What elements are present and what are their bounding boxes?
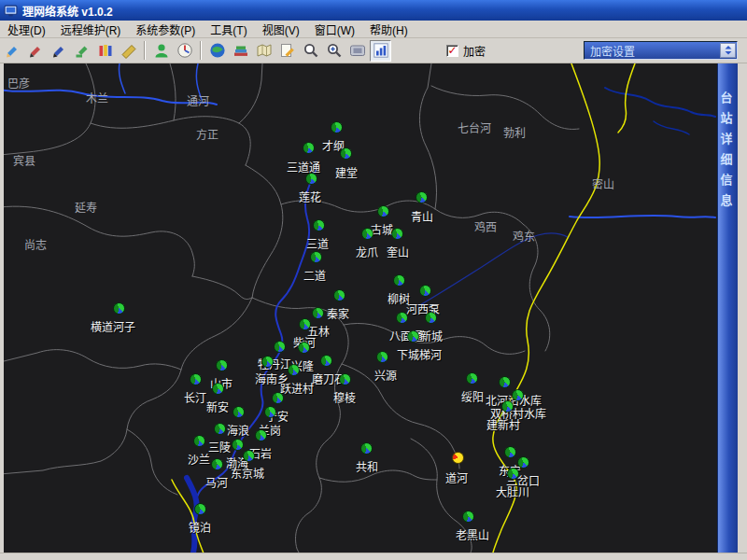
encrypt-settings-combobox[interactable]: 加密设置 [584, 41, 738, 60]
brush-icon[interactable] [24, 40, 46, 62]
menu-item-2[interactable]: 系统参数(P) [128, 21, 203, 38]
map-view[interactable]: 巴彦木兰通河方正宾县延寿尚志七台河勃利密山鸡西鸡东三道通才纲建堂莲花青山古城三道… [4, 63, 717, 553]
station-label: 二道 [303, 267, 326, 283]
station-marker-pie[interactable] [303, 142, 315, 154]
books-icon[interactable] [230, 40, 251, 62]
station-marker-pie[interactable] [393, 274, 405, 287]
snapshot-icon[interactable] [346, 40, 368, 62]
menu-item-3[interactable]: 工具(T) [203, 21, 254, 38]
station-marker-pie[interactable] [274, 341, 286, 353]
station-marker-pie[interactable] [396, 312, 408, 324]
station-marker-pie[interactable] [261, 356, 274, 368]
station-marker-pie[interactable] [466, 372, 478, 385]
station-marker-pie[interactable] [190, 373, 202, 385]
station-label: 建堂 [335, 164, 358, 180]
station-marker-pie[interactable] [339, 373, 351, 385]
station-marker-pie[interactable] [377, 205, 389, 217]
menu-item-5[interactable]: 窗口(W) [307, 21, 362, 38]
map-sheet-icon[interactable] [253, 40, 275, 62]
station-marker-pie[interactable] [113, 302, 125, 315]
pencil-icon[interactable] [1, 40, 22, 62]
encrypt-checkbox[interactable]: ✓ [446, 45, 458, 57]
station-marker-pie[interactable] [255, 429, 267, 441]
station-label: 绥阳 [461, 388, 484, 404]
station-marker-pie[interactable] [333, 289, 345, 301]
station-marker-pie[interactable] [299, 318, 311, 330]
county-boundary-line [127, 429, 177, 495]
river-line [4, 90, 217, 105]
station-marker-pie[interactable] [504, 446, 516, 458]
station-marker-pie[interactable] [360, 442, 373, 455]
crayons-icon[interactable] [94, 40, 116, 62]
menu-item-6[interactable]: 帮助(H) [362, 21, 416, 38]
station-marker-pie[interactable] [233, 406, 245, 418]
station-marker-pie[interactable] [462, 511, 474, 523]
station-label: 马河 [205, 474, 228, 490]
compass-clock-icon[interactable] [174, 40, 195, 62]
station-marker-pie[interactable] [407, 330, 419, 343]
station-marker-pie[interactable] [212, 383, 224, 395]
county-boundary-line [419, 63, 436, 209]
station-marker-pie[interactable] [313, 219, 325, 231]
station-label: 秦家 [327, 305, 349, 321]
search-icon[interactable] [300, 40, 321, 62]
menu-item-4[interactable]: 视图(V) [255, 21, 307, 38]
station-marker-pie[interactable] [331, 121, 343, 133]
pen-icon[interactable] [48, 40, 69, 62]
station-label: 三道 [306, 235, 329, 251]
window-border-right [738, 63, 747, 553]
menu-item-1[interactable]: 远程维护(R) [53, 21, 129, 38]
station-label: 镜泊 [189, 519, 211, 535]
station-marker-pie[interactable] [216, 359, 228, 371]
menu-item-0[interactable]: 处理(D) [0, 21, 53, 38]
station-marker-pie[interactable] [517, 456, 529, 469]
station-marker-pie[interactable] [320, 355, 332, 367]
station-marker-pie[interactable] [391, 228, 403, 240]
station-marker-pie[interactable] [194, 503, 206, 515]
station-marker-pie[interactable] [452, 452, 464, 464]
region-label: 勃利 [503, 124, 526, 140]
station-marker-pie[interactable] [211, 458, 223, 470]
river-line [605, 88, 715, 117]
station-label: 莲花 [299, 189, 321, 204]
station-marker-pie[interactable] [507, 468, 519, 480]
station-marker-pie[interactable] [512, 389, 524, 401]
station-marker-pie[interactable] [193, 435, 205, 447]
station-marker-pie[interactable] [305, 173, 317, 185]
county-boundary-line [239, 63, 262, 123]
chart-icon[interactable] [370, 40, 391, 62]
station-marker-pie[interactable] [288, 364, 300, 376]
station-marker-pie[interactable] [232, 439, 244, 451]
station-marker-pie[interactable] [340, 147, 352, 160]
toolbar-separator [144, 41, 146, 60]
station-marker-pie[interactable] [499, 376, 511, 388]
zoom-in-icon[interactable] [323, 40, 345, 62]
highlighter-icon[interactable] [71, 40, 92, 62]
station-label: 新城 [420, 328, 443, 343]
station-marker-pie[interactable] [425, 312, 437, 324]
station-marker-pie[interactable] [416, 191, 428, 203]
station-marker-pie[interactable] [361, 228, 374, 240]
station-marker-pie[interactable] [419, 285, 431, 297]
station-detail-panel-tab[interactable]: 台站详细信息 [717, 63, 738, 553]
station-marker-pie[interactable] [264, 406, 276, 418]
combobox-spin-button[interactable] [720, 43, 736, 58]
station-marker-pie[interactable] [214, 423, 226, 435]
region-label: 巴彦 [7, 75, 30, 91]
county-boundary-line [170, 63, 176, 120]
app-icon [4, 3, 19, 18]
station-marker-pie[interactable] [310, 251, 322, 263]
station-marker-pie[interactable] [243, 450, 255, 462]
station-label: 三陵 [208, 439, 231, 455]
globe-icon[interactable] [206, 40, 228, 62]
station-marker-pie[interactable] [272, 392, 284, 404]
toolbar-separator [200, 41, 202, 60]
edit-note-icon[interactable] [276, 40, 298, 62]
station-marker-pie[interactable] [312, 307, 324, 319]
county-boundary-line [91, 117, 250, 165]
station-marker-pie[interactable] [376, 351, 388, 363]
ruler-icon[interactable] [118, 40, 139, 62]
station-marker-pie[interactable] [298, 342, 310, 354]
user-icon[interactable] [150, 40, 172, 62]
station-marker-pie[interactable] [501, 400, 514, 413]
